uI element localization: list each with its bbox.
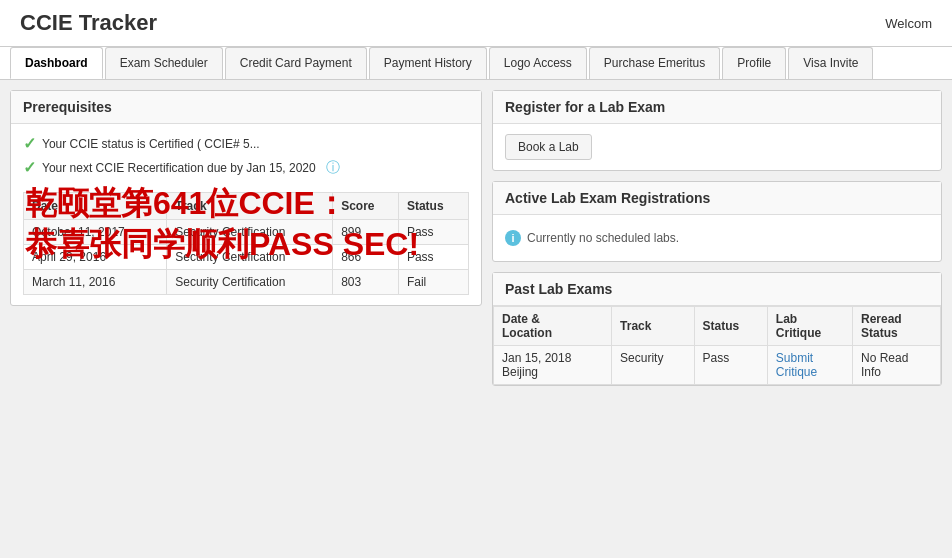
cell-status: Pass: [694, 346, 767, 385]
col-date: Date: [24, 193, 167, 220]
tab-exam-scheduler[interactable]: Exam Scheduler: [105, 47, 223, 79]
past-lab-title: Past Lab Exams: [493, 273, 941, 306]
table-row: October 11, 2017 Security Certification …: [24, 220, 469, 245]
table-row: March 11, 2016 Security Certification 80…: [24, 270, 469, 295]
nav-tabs: Dashboard Exam Scheduler Credit Card Pay…: [0, 47, 952, 80]
cell-date: October 11, 2017: [24, 220, 167, 245]
cell-track: Security: [612, 346, 694, 385]
app-header: CCIE Tracker Welcom: [0, 0, 952, 47]
prereq-table-scroll: Date Track Score Status October 11, 2017…: [23, 182, 469, 295]
register-lab-body: Book a Lab: [493, 124, 941, 170]
prereq-item-1: ✓ Your CCIE status is Certified ( CCIE# …: [23, 134, 469, 153]
right-panel: Register for a Lab Exam Book a Lab Activ…: [492, 90, 942, 386]
col-date-location: Date &Location: [494, 307, 612, 346]
register-lab-card: Register for a Lab Exam Book a Lab: [492, 90, 942, 171]
app-title: CCIE Tracker: [20, 10, 157, 36]
past-lab-card: Past Lab Exams Date &Location Track Stat…: [492, 272, 942, 386]
col-track: Track: [167, 193, 333, 220]
prerequisites-card: Prerequisites ✓ Your CCIE status is Cert…: [10, 90, 482, 306]
book-lab-button[interactable]: Book a Lab: [505, 134, 592, 160]
main-content: Prerequisites ✓ Your CCIE status is Cert…: [0, 80, 952, 396]
cell-track: Security Certification: [167, 220, 333, 245]
cell-status: Pass: [398, 220, 468, 245]
info-circle-icon: i: [505, 230, 521, 246]
tab-purchase-emeritus[interactable]: Purchase Emeritus: [589, 47, 720, 79]
active-lab-body: i Currently no scheduled labs.: [493, 215, 941, 261]
cell-date: April 29, 2016: [24, 245, 167, 270]
active-lab-title: Active Lab Exam Registrations: [493, 182, 941, 215]
cell-lab-critique: SubmitCritique: [767, 346, 852, 385]
tab-credit-card-payment[interactable]: Credit Card Payment: [225, 47, 367, 79]
cell-score: 866: [333, 245, 399, 270]
check-icon-2: ✓: [23, 158, 36, 177]
cell-score: 803: [333, 270, 399, 295]
left-panel: Prerequisites ✓ Your CCIE status is Cert…: [10, 90, 482, 386]
help-icon[interactable]: ⓘ: [326, 159, 340, 177]
cell-status: Pass: [398, 245, 468, 270]
welcome-text: Welcom: [885, 16, 932, 31]
cell-score: 899: [333, 220, 399, 245]
col-reread-status: RereadStatus: [853, 307, 941, 346]
col-status: Status: [398, 193, 468, 220]
cell-date: March 11, 2016: [24, 270, 167, 295]
cell-track: Security Certification: [167, 245, 333, 270]
tab-dashboard[interactable]: Dashboard: [10, 47, 103, 79]
past-lab-body: Date &Location Track Status LabCritique …: [493, 306, 941, 385]
col-lab-critique: LabCritique: [767, 307, 852, 346]
register-lab-title: Register for a Lab Exam: [493, 91, 941, 124]
tab-profile[interactable]: Profile: [722, 47, 786, 79]
active-lab-card: Active Lab Exam Registrations i Currentl…: [492, 181, 942, 262]
prerequisites-title: Prerequisites: [11, 91, 481, 124]
prereq-text-2: Your next CCIE Recertification due by Ja…: [42, 161, 316, 175]
col-score: Score: [333, 193, 399, 220]
tab-visa-invite[interactable]: Visa Invite: [788, 47, 873, 79]
col-track: Track: [612, 307, 694, 346]
cell-reread-status: No ReadInfo: [853, 346, 941, 385]
submit-critique-link[interactable]: SubmitCritique: [776, 351, 817, 379]
check-icon-1: ✓: [23, 134, 36, 153]
table-row: April 29, 2016 Security Certification 86…: [24, 245, 469, 270]
cell-date-location: Jan 15, 2018Beijing: [494, 346, 612, 385]
cell-status: Fail: [398, 270, 468, 295]
prerequisites-body: ✓ Your CCIE status is Certified ( CCIE# …: [11, 124, 481, 305]
no-labs-text: Currently no scheduled labs.: [527, 231, 679, 245]
col-status: Status: [694, 307, 767, 346]
tab-logo-access[interactable]: Logo Access: [489, 47, 587, 79]
no-labs-message: i Currently no scheduled labs.: [505, 225, 929, 251]
prereq-table: Date Track Score Status October 11, 2017…: [23, 192, 469, 295]
past-lab-row: Jan 15, 2018Beijing Security Pass Submit…: [494, 346, 941, 385]
prereq-item-2: ✓ Your next CCIE Recertification due by …: [23, 158, 469, 177]
tab-payment-history[interactable]: Payment History: [369, 47, 487, 79]
cell-track: Security Certification: [167, 270, 333, 295]
prereq-text-1: Your CCIE status is Certified ( CCIE# 5.…: [42, 137, 260, 151]
past-lab-table: Date &Location Track Status LabCritique …: [493, 306, 941, 385]
